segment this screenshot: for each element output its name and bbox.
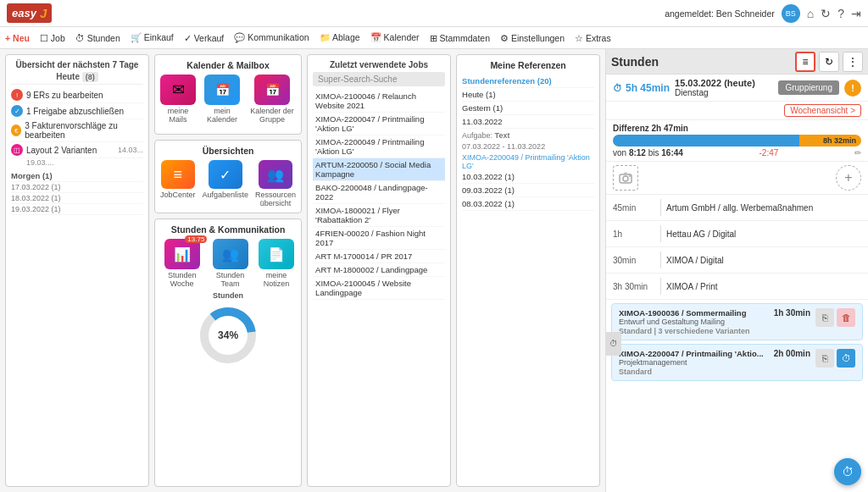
nav-extras[interactable]: ☆ Extras xyxy=(575,33,611,43)
kalender-icon-item[interactable]: 📅 mein Kalender xyxy=(204,75,240,124)
te-duration-1: 1h xyxy=(613,229,655,239)
nav-kalender[interactable]: 📅 Kalender xyxy=(370,32,420,43)
morgen-item-3[interactable]: 19.03.2022 (1) xyxy=(11,204,143,215)
ref-item-1[interactable]: Heute (1) xyxy=(462,88,594,102)
logout-icon[interactable]: ⇥ xyxy=(851,7,861,20)
nav-job[interactable]: ☐ Job xyxy=(40,33,65,43)
uebersicht-item-3[interactable]: € 3 Fakturenvorschläge zu bearbeiten xyxy=(11,119,143,142)
job-item-9[interactable]: XIMOA-2100045 / Website Landingpage xyxy=(313,277,445,300)
te-info-2: XIMOA / Digital xyxy=(666,256,861,265)
nav-einkauf[interactable]: 🛒 Einkauf xyxy=(131,32,174,43)
ref-job-ref[interactable]: XIMOA-2200049 / Printmailing 'Aktion LG' xyxy=(462,153,594,170)
date-display: 15.03.2022 (heute) Dienstag xyxy=(675,78,773,97)
gruppenkalender-icon-item[interactable]: 📅 Kalender der Gruppe xyxy=(248,75,296,124)
time-entry-card-1[interactable]: XIMOA-2200047 / Printmailing 'Aktio... P… xyxy=(611,344,863,381)
referenzen-card: Meine Referenzen Stundenreferenzen (20) … xyxy=(456,54,600,487)
aufgabenliste-item[interactable]: ✓ Aufgabenliste xyxy=(203,160,249,207)
te-sep-3 xyxy=(660,278,661,295)
job-item-4[interactable]: BAKO-2200048 / Landingpage-2022 xyxy=(313,181,445,204)
kalender-label: mein Kalender xyxy=(204,107,240,124)
mailbox-icons: ✉ meine Mails 📅 mein Kalender 📅 Kalender… xyxy=(160,75,296,124)
mails-icon-item[interactable]: ✉ meine Mails xyxy=(160,75,196,124)
right-subheader: ⏱ 5h 45min 15.03.2022 (heute) Dienstag G… xyxy=(606,75,868,102)
copy-button-1[interactable]: ⎘ xyxy=(815,349,834,368)
morgen-item-1[interactable]: 17.03.2022 (1) xyxy=(11,182,143,193)
copy-button-0[interactable]: ⎘ xyxy=(815,308,834,327)
stunden-notizen-item[interactable]: 📄 meine Notizen xyxy=(257,239,296,288)
refresh-icon[interactable]: ↻ xyxy=(821,7,831,20)
stunden-woche-item[interactable]: 📊 13.75 Stunden Woche xyxy=(160,239,203,288)
add-time-button-2[interactable]: + xyxy=(836,165,861,191)
differenz-bar: Differenz 2h 47min 8h 32min von 8:12 bis… xyxy=(606,120,868,162)
nav-ablage[interactable]: 📁 Ablage xyxy=(320,32,360,43)
aufgabe-text: Text xyxy=(495,131,510,140)
te-card-duration-0: 1h 30min xyxy=(774,308,810,318)
delete-button-1[interactable]: ⏱ xyxy=(837,349,855,368)
edit-time-icon[interactable]: ✏ xyxy=(854,148,861,158)
ref-item-2[interactable]: Gestern (1) xyxy=(462,102,594,115)
te-card-title-0: XIMOA-1900036 / Sommermailing xyxy=(619,308,769,318)
right-bottom-wrapper: ⏱ 45min Artum GmbH / allg. Werbemaßnahme… xyxy=(606,195,868,492)
right-refresh-icon[interactable]: ↻ xyxy=(819,52,839,72)
job-item-3[interactable]: ARTUM-2200050 / Social Media Kampagne xyxy=(313,158,445,181)
wochenansicht-button[interactable]: Wochenansicht > xyxy=(784,104,861,117)
stunden-team-label: Stunden Team xyxy=(210,271,250,288)
add-time-button[interactable]: + xyxy=(613,165,638,191)
job-item-7[interactable]: ART M-1700014 / PR 2017 xyxy=(313,250,445,263)
time-entry-row-1[interactable]: 1h Hettau AG / Digital xyxy=(606,221,868,247)
job-item-2[interactable]: XIMOA-2200049 / Printmailing 'Aktion LG' xyxy=(313,135,445,158)
aufgabenliste-label: Aufgabenliste xyxy=(203,191,249,199)
more-icon[interactable]: ⋮ xyxy=(843,52,863,72)
uebersicht-sub: 19.03.... xyxy=(11,158,143,167)
er-icon: ! xyxy=(11,89,23,101)
stunden-card: Stunden & Kommunikation 📊 13.75 Stunden … xyxy=(154,218,302,487)
uebersicht-item-2[interactable]: ✓ 1 Freigabe abzuschließen xyxy=(11,103,143,119)
layout-icon: ◫ xyxy=(11,144,23,156)
job-item-6[interactable]: 4FRIEN-00020 / Fashion Night 2017 xyxy=(313,227,445,250)
ref-more-0[interactable]: 10.03.2022 (1) xyxy=(462,170,594,184)
te-card-actions-0: ⎘ 🗑 xyxy=(815,308,855,327)
nav-stunden[interactable]: ⏱ Stunden xyxy=(75,33,120,43)
stunden-woche-icon: 📊 xyxy=(164,239,200,269)
gruppierung-button[interactable]: Gruppierung xyxy=(778,80,839,95)
day-value: Dienstag xyxy=(675,88,773,97)
time-entry-row-3[interactable]: 3h 30min XIMOA / Print xyxy=(606,274,868,300)
stunden-badge: 13.75 xyxy=(185,235,207,243)
grid-icon[interactable]: ≡ xyxy=(795,52,815,72)
delete-button-0[interactable]: 🗑 xyxy=(837,308,855,327)
right-title: Stunden xyxy=(611,55,792,69)
ref-more-2[interactable]: 08.03.2022 (1) xyxy=(462,197,594,211)
search-bar[interactable]: Super-Search-Suche xyxy=(313,72,445,86)
ref-more-1[interactable]: 09.03.2022 (1) xyxy=(462,184,594,197)
ref-item-3[interactable]: 11.03.2022 xyxy=(462,115,594,129)
time-entry-row-0[interactable]: 45min Artum GmbH / allg. Werbemaßnahmen xyxy=(606,195,868,221)
time-entry-row-2[interactable]: 30min XIMOA / Digital xyxy=(606,247,868,274)
help-icon[interactable]: ? xyxy=(837,7,844,20)
ressourcen-item[interactable]: 👥 Ressourcen übersicht xyxy=(255,160,296,207)
nav-einstellungen[interactable]: ⚙ Einstellungen xyxy=(500,33,565,43)
fab-timer-button[interactable]: ⏱ xyxy=(834,458,861,485)
morgen-item-2[interactable]: 18.03.2022 (1) xyxy=(11,193,143,204)
job-item-5[interactable]: XIMOA-1800021 / Flyer 'Rabattaktion 2' xyxy=(313,204,445,227)
home-icon[interactable]: ⌂ xyxy=(807,7,814,20)
uebersicht-item-4[interactable]: ◫ Layout 2 Varianten 14.03... xyxy=(11,142,143,158)
te-info-3: XIMOA / Print xyxy=(666,282,861,291)
job-item-8[interactable]: ART M-1800002 / Landingpage xyxy=(313,263,445,277)
freigabe-icon: ✓ xyxy=(11,105,23,117)
morgen-header[interactable]: Morgen (1) xyxy=(11,170,143,182)
job-item-0[interactable]: XIMOA-2100046 / Relaunch Website 2021 xyxy=(313,90,445,113)
job-item-1[interactable]: XIMOA-2200047 / Printmailing 'Aktion LG' xyxy=(313,113,445,135)
ref-item-0[interactable]: Stundenreferenzen (20) xyxy=(462,75,594,88)
ressourcen-icon: 👥 xyxy=(259,160,292,189)
jobcenter-item[interactable]: ≡ JobCenter xyxy=(160,160,196,207)
stunden-team-item[interactable]: 👥 Stunden Team xyxy=(210,239,250,288)
nav-stammdaten[interactable]: ⊞ Stammdaten xyxy=(430,33,490,43)
nav-verkauf[interactable]: ✓ Verkauf xyxy=(184,33,225,43)
uebersicht-item-1[interactable]: ! 9 ERs zu bearbeiten xyxy=(11,87,143,103)
history-icon[interactable]: ⏱ xyxy=(606,332,621,356)
nav-new[interactable]: + Neu xyxy=(5,33,30,43)
nav-kommunikation[interactable]: 💬 Kommunikation xyxy=(234,32,309,43)
time-range: von 8:12 bis 16:44 -2:47 ✏ xyxy=(613,148,861,158)
time-entry-card-0[interactable]: XIMOA-1900036 / Sommermailing Entwurf un… xyxy=(611,303,863,340)
differenz-label: Differenz 2h 47min xyxy=(613,124,861,133)
